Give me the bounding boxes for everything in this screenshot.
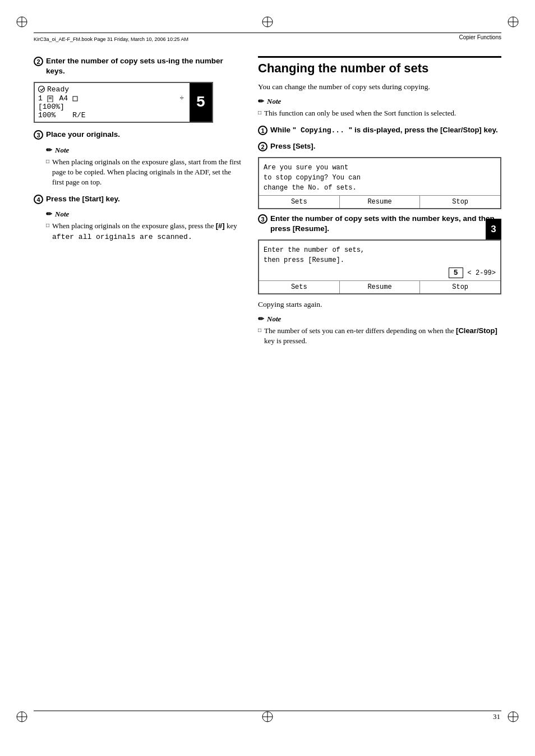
- lcd-row-2: 1 A4 ÷: [38, 94, 209, 103]
- left-step-2-text: Enter the number of copy sets us-ing the…: [46, 56, 241, 76]
- dialog-1: Are you sure you want to stop copying? Y…: [258, 157, 501, 209]
- right-note-0: ✏ Note □ This function can only be used …: [258, 97, 501, 118]
- right-step-1: 1 While " Copying... " is dis-played, pr…: [258, 125, 501, 136]
- note-0-item: □ This function can only be used when th…: [258, 108, 501, 118]
- dialog-2-range: < 2-99>: [468, 269, 496, 277]
- dialog-btn-stop-2[interactable]: Stop: [420, 281, 500, 293]
- right-step-3: 3 Enter the number of copy sets with the…: [258, 214, 501, 234]
- dialog-1-buttons: Sets Resume Stop: [259, 195, 500, 208]
- dialog-2: Enter the number of sets, then press [Re…: [258, 239, 501, 294]
- right-step-2-circle: 2: [258, 142, 268, 151]
- section-heading-area: Changing the number of sets: [258, 56, 501, 76]
- dialog-2-num-row: 5 < 2-99>: [259, 266, 500, 280]
- right-step-1-text: While " Copying... " is dis-played, pres…: [270, 125, 501, 136]
- footer-bar: [34, 711, 501, 711]
- note-4-body: When placing originals on the exposure g…: [52, 221, 241, 242]
- reg-mark-tl: [16, 16, 28, 30]
- right-column: Changing the number of sets You can chan…: [258, 56, 501, 353]
- intro-text: You can change the number of copy sets d…: [258, 81, 501, 93]
- lcd-ready-text: Ready: [47, 85, 69, 94]
- note-end-body: The number of sets you can en-ter differ…: [264, 326, 501, 346]
- dialog-btn-sets-2[interactable]: Sets: [259, 281, 340, 293]
- note-0-header: ✏ Note: [258, 97, 501, 106]
- note-4-item: □ When placing originals on the exposure…: [46, 221, 241, 242]
- note-bullet-end: □: [258, 327, 261, 333]
- dialog-2-line1: Enter the number of sets,: [264, 245, 496, 255]
- dialog-btn-resume-2[interactable]: Resume: [340, 281, 421, 293]
- note-end-item: □ The number of sets you can en-ter diff…: [258, 326, 501, 346]
- note-bullet-4: □: [46, 222, 49, 228]
- dialog-1-text: Are you sure you want to stop copying? Y…: [259, 158, 500, 195]
- reg-mark-tr: [507, 16, 519, 30]
- section-title: Changing the number of sets: [258, 61, 501, 76]
- lcd-row-4: 100% R/E: [38, 111, 209, 119]
- lcd-display: Ready 1 A4 ÷ [100%]: [34, 82, 213, 123]
- reg-mark-bc: [261, 711, 274, 725]
- right-step-2: 2 Press [Sets].: [258, 141, 501, 151]
- dialog-1-line2: to stop copying? You can: [264, 173, 496, 183]
- two-col-layout: 2 Enter the number of copy sets us-ing t…: [34, 56, 501, 353]
- dialog-1-line3: change the No. of sets.: [264, 183, 496, 193]
- right-step-1-circle: 1: [258, 126, 268, 135]
- page-number: 31: [493, 712, 500, 721]
- left-step-2: 2 Enter the number of copy sets us-ing t…: [34, 56, 241, 76]
- right-step-3-text: Enter the number of copy sets with the n…: [270, 214, 501, 234]
- dialog-2-text: Enter the number of sets, then press [Re…: [259, 241, 500, 266]
- left-step-4-text: Press the [Start] key.: [46, 194, 241, 204]
- note-0-body: This function can only be used when the …: [264, 108, 456, 118]
- dialog-btn-sets-1[interactable]: Sets: [259, 196, 340, 208]
- svg-point-18: [39, 86, 45, 93]
- content-area: 2 Enter the number of copy sets us-ing t…: [34, 56, 501, 353]
- left-step-3: 3 Place your originals.: [34, 130, 241, 140]
- right-note-end: ✏ Note □ The number of sets you can en-t…: [258, 315, 501, 346]
- reg-mark-bl: [16, 711, 28, 725]
- lcd-row-1: Ready: [38, 85, 209, 94]
- note-3-body: When placing originals on the exposure g…: [52, 157, 241, 188]
- left-step-4: 4 Press the [Start] key.: [34, 194, 241, 204]
- step-3-num-circle: 3: [34, 130, 43, 140]
- reg-mark-br: [507, 711, 519, 725]
- filename-label: KirC3a_oi_AE-F_FM.book Page 31 Friday, M…: [34, 36, 188, 42]
- note-pencil-icon-4: ✏: [46, 210, 52, 219]
- note-pencil-icon-3: ✏: [46, 146, 52, 155]
- step-2-num-circle: 2: [34, 57, 43, 66]
- note-bullet-3: □: [46, 158, 49, 164]
- lcd-big-number: 5: [190, 83, 212, 122]
- note-3-header: ✏ Note: [46, 146, 241, 155]
- dialog-1-line1: Are you sure you want: [264, 163, 496, 173]
- dialog-btn-resume-1[interactable]: Resume: [340, 196, 421, 208]
- left-note-4: ✏ Note □ When placing originals on the e…: [46, 210, 241, 242]
- note-pencil-icon-end: ✏: [258, 315, 264, 324]
- note-4-header: ✏ Note: [46, 210, 241, 219]
- section-name: Copier Functions: [459, 34, 501, 40]
- note-pencil-icon-0: ✏: [258, 97, 264, 106]
- doc-icon: [47, 95, 55, 102]
- lcd-copies: 1 A4: [38, 94, 78, 103]
- copying-starts-text: Copying starts again.: [258, 299, 501, 310]
- note-bullet-0: □: [258, 109, 261, 116]
- step-4-num-circle: 4: [34, 195, 43, 204]
- lcd-arrow: ÷: [179, 94, 184, 103]
- right-step-2-text: Press [Sets].: [270, 141, 501, 151]
- dialog-2-buttons: Sets Resume Stop: [259, 280, 500, 293]
- dialog-2-num-val: 5: [449, 268, 463, 278]
- header-bar: KirC3a_oi_AE-F_FM.book Page 31 Friday, M…: [34, 33, 501, 43]
- left-column: 2 Enter the number of copy sets us-ing t…: [34, 56, 241, 353]
- svg-rect-22: [73, 96, 77, 101]
- left-note-3: ✏ Note □ When placing originals on the e…: [46, 146, 241, 188]
- dialog-2-line2: then press [Resume].: [264, 255, 496, 265]
- note-end-header: ✏ Note: [258, 315, 501, 324]
- right-step-3-circle: 3: [258, 214, 268, 224]
- dialog-btn-stop-1[interactable]: Stop: [420, 196, 500, 208]
- reg-mark-tc: [261, 16, 274, 30]
- left-step-3-text: Place your originals.: [46, 130, 241, 140]
- lcd-row-3: [100%]: [38, 103, 209, 111]
- tray-icon: [72, 96, 78, 102]
- note-3-item: □ When placing originals on the exposure…: [46, 157, 241, 188]
- ready-icon: [38, 86, 45, 93]
- page: KirC3a_oi_AE-F_FM.book Page 31 Friday, M…: [0, 0, 535, 756]
